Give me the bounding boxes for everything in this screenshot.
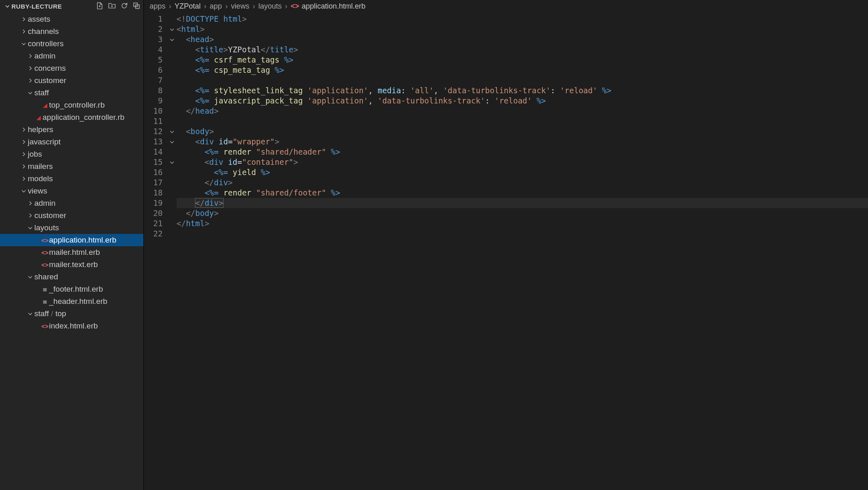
tree-file[interactable]: <>mailer.text.erb (0, 258, 143, 271)
code-line[interactable]: <%= csrf_meta_tags %> (177, 55, 868, 65)
code-line[interactable]: <%= stylesheet_link_tag 'application', m… (177, 85, 868, 96)
tree-folder[interactable]: mailers (0, 160, 143, 173)
code-line[interactable]: <head> (177, 34, 868, 45)
tree-file[interactable]: <>application.html.erb (0, 234, 143, 246)
code-line[interactable]: </head> (177, 106, 868, 116)
text-icon: ≣ (41, 286, 49, 292)
chevron-right-icon[interactable] (26, 65, 34, 71)
tree-item-label: controllers (28, 39, 64, 48)
breadcrumb-segment[interactable]: apps (150, 2, 166, 11)
code-line[interactable]: </div> (177, 198, 868, 208)
chevron-down-icon[interactable] (20, 188, 28, 194)
collapse-icon[interactable] (133, 2, 140, 11)
fold-open-icon[interactable] (168, 157, 177, 167)
code-line[interactable]: <title>YZPotal</title> (177, 45, 868, 55)
code-line[interactable]: <body> (177, 126, 868, 137)
chevron-right-icon[interactable] (26, 200, 34, 206)
tree-folder[interactable]: jobs (0, 148, 143, 160)
fold-open-icon[interactable] (168, 137, 177, 147)
tree-file[interactable]: ≣_header.html.erb (0, 295, 143, 308)
tree-file[interactable]: <>index.html.erb (0, 320, 143, 332)
chevron-right-icon[interactable] (20, 16, 28, 22)
code-line[interactable]: <%= yield %> (177, 167, 868, 178)
file-tree[interactable]: assetschannelscontrollersadminconcernscu… (0, 12, 143, 490)
tree-file[interactable]: ◢application_controller.rb (0, 111, 143, 124)
code-line[interactable]: <%= javascript_pack_tag 'application', '… (177, 96, 868, 106)
tree-folder[interactable]: staff / top (0, 308, 143, 320)
tree-folder[interactable]: controllers (0, 38, 143, 50)
chevron-down-icon[interactable] (26, 311, 34, 317)
tree-folder[interactable]: helpers (0, 124, 143, 136)
tree-folder[interactable]: channels (0, 25, 143, 38)
chevron-down-icon[interactable] (26, 90, 34, 96)
breadcrumb[interactable]: apps›YZPotal›app›views›layouts›<>applica… (144, 0, 868, 12)
breadcrumb-separator: › (285, 2, 287, 11)
fold-open-icon[interactable] (168, 126, 177, 137)
code-line[interactable]: <%= csp_meta_tag %> (177, 65, 868, 75)
code-icon: <> (41, 249, 49, 256)
line-number: 2 (144, 24, 163, 34)
code-line[interactable]: <!DOCTYPE html> (177, 14, 868, 24)
code-line[interactable]: </html> (177, 218, 868, 229)
chevron-right-icon[interactable] (20, 151, 28, 157)
tree-folder[interactable]: admin (0, 197, 143, 209)
tree-item-label: views (28, 187, 47, 196)
chevron-right-icon[interactable] (20, 29, 28, 34)
tree-folder[interactable]: staff (0, 87, 143, 99)
tree-folder[interactable]: models (0, 173, 143, 185)
tree-file[interactable]: ◢top_controller.rb (0, 99, 143, 111)
chevron-right-icon[interactable] (26, 53, 34, 59)
chevron-right-icon[interactable] (20, 176, 28, 182)
fold-open-icon[interactable] (168, 24, 177, 34)
fold-gutter[interactable] (168, 12, 177, 490)
chevron-right-icon[interactable] (26, 213, 34, 218)
code-content[interactable]: <!DOCTYPE html><html> <head> <title>YZPo… (177, 12, 868, 490)
code-line[interactable]: <div id="wrapper"> (177, 137, 868, 147)
tree-folder[interactable]: javascript (0, 136, 143, 148)
tree-folder[interactable]: layouts (0, 222, 143, 234)
tree-folder[interactable]: assets (0, 13, 143, 25)
code-line[interactable]: <div id="container"> (177, 157, 868, 167)
breadcrumb-segment[interactable]: app (210, 2, 222, 11)
code-line[interactable] (177, 229, 868, 239)
tree-folder[interactable]: shared (0, 271, 143, 283)
tree-item-label: application_controller.rb (43, 113, 125, 122)
tree-folder[interactable]: concerns (0, 62, 143, 74)
tree-folder[interactable]: customer (0, 209, 143, 222)
fold-spacer (168, 75, 177, 85)
chevron-right-icon[interactable] (26, 78, 34, 83)
chevron-right-icon[interactable] (20, 139, 28, 145)
tree-file[interactable]: <>mailer.html.erb (0, 246, 143, 258)
code-line[interactable]: <%= render "shared/footer" %> (177, 188, 868, 198)
fold-spacer (168, 106, 177, 116)
new-folder-icon[interactable] (108, 2, 116, 11)
chevron-down-icon[interactable] (26, 274, 34, 280)
chevron-down-icon[interactable] (26, 225, 34, 231)
tree-item-label: _footer.html.erb (49, 285, 103, 294)
code-line[interactable] (177, 75, 868, 85)
breadcrumb-segment[interactable]: YZPotal (174, 2, 201, 11)
explorer-header[interactable]: RUBY-LECTURE (0, 0, 143, 12)
new-file-icon[interactable] (96, 2, 103, 11)
tree-folder[interactable]: customer (0, 74, 143, 87)
refresh-icon[interactable] (121, 2, 128, 11)
line-number: 4 (144, 45, 163, 55)
code-line[interactable]: </div> (177, 178, 868, 188)
code-line[interactable] (177, 116, 868, 126)
chevron-down-icon[interactable] (20, 41, 28, 47)
code-line[interactable]: <%= render "shared/header" %> (177, 147, 868, 157)
fold-open-icon[interactable] (168, 34, 177, 45)
tree-folder[interactable]: admin (0, 50, 143, 62)
chevron-right-icon[interactable] (20, 164, 28, 169)
breadcrumb-segment[interactable]: views (231, 2, 249, 11)
breadcrumb-segment[interactable]: layouts (258, 2, 282, 11)
breadcrumb-filename[interactable]: application.html.erb (302, 2, 365, 11)
line-number: 10 (144, 106, 163, 116)
tree-file[interactable]: ≣_footer.html.erb (0, 283, 143, 295)
code-area[interactable]: 12345678910111213141516171819202122 <!DO… (144, 12, 868, 490)
code-line[interactable]: </body> (177, 208, 868, 218)
tree-item-label: javascript (28, 137, 60, 146)
chevron-right-icon[interactable] (20, 127, 28, 133)
tree-folder[interactable]: views (0, 185, 143, 197)
code-line[interactable]: <html> (177, 24, 868, 34)
